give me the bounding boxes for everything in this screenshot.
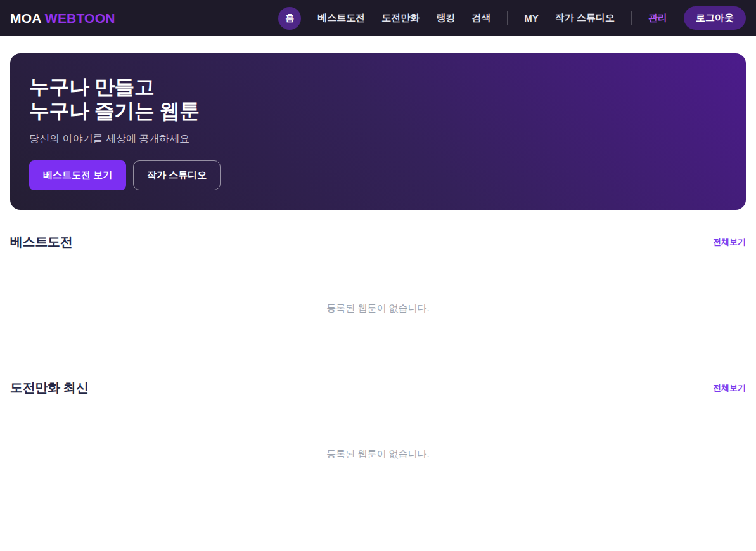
nav-item-search[interactable]: 검색 <box>471 12 490 24</box>
empty-state-challenge-latest: 등록된 웹툰이 없습니다. <box>10 396 746 506</box>
main-nav: 홈 베스트도전 도전만화 랭킹 검색 MY 작가 스튜디오 관리 로그아웃 <box>278 6 746 30</box>
logout-button[interactable]: 로그아웃 <box>684 6 746 30</box>
nav-divider <box>507 11 508 25</box>
section-title-challenge-latest: 도전만화 최신 <box>10 379 88 396</box>
section-challenge-latest: 도전만화 최신 전체보기 등록된 웹툰이 없습니다. <box>10 379 746 506</box>
hero-subtitle: 당신의 이야기를 세상에 공개하세요 <box>29 133 727 146</box>
nav-item-my[interactable]: MY <box>524 13 539 23</box>
section-best-challenge: 베스트도전 전체보기 등록된 웹툰이 없습니다. <box>10 233 746 360</box>
best-challenge-view-button[interactable]: 베스트도전 보기 <box>29 160 126 190</box>
section-header: 베스트도전 전체보기 <box>10 233 746 250</box>
creator-studio-button[interactable]: 작가 스튜디오 <box>133 160 221 190</box>
view-all-link-best-challenge[interactable]: 전체보기 <box>713 237 746 248</box>
view-all-link-challenge-latest[interactable]: 전체보기 <box>713 382 746 394</box>
logo-moa: MOA <box>10 11 45 25</box>
main-content: 베스트도전 전체보기 등록된 웹툰이 없습니다. 도전만화 최신 전체보기 등록… <box>0 233 756 506</box>
empty-state-best-challenge: 등록된 웹툰이 없습니다. <box>10 250 746 360</box>
hero-title-line1: 누구나 만들고 <box>29 75 154 98</box>
nav-item-creator-studio[interactable]: 작가 스튜디오 <box>555 12 615 24</box>
logo-webtoon: WEBTOON <box>45 11 115 25</box>
nav-item-home[interactable]: 홈 <box>278 7 301 30</box>
section-title-best-challenge: 베스트도전 <box>10 233 73 250</box>
section-header: 도전만화 최신 전체보기 <box>10 379 746 396</box>
top-header: MOA WEBTOON 홈 베스트도전 도전만화 랭킹 검색 MY 작가 스튜디… <box>0 0 756 36</box>
nav-item-best-challenge[interactable]: 베스트도전 <box>317 12 365 24</box>
hero-actions: 베스트도전 보기 작가 스튜디오 <box>29 160 727 190</box>
logo[interactable]: MOA WEBTOON <box>10 11 115 26</box>
nav-item-ranking[interactable]: 랭킹 <box>436 12 455 24</box>
hero-title-line2: 누구나 즐기는 웹툰 <box>29 100 200 122</box>
hero-title: 누구나 만들고 누구나 즐기는 웹툰 <box>29 75 727 124</box>
nav-divider <box>631 11 632 25</box>
hero-banner: 누구나 만들고 누구나 즐기는 웹툰 당신의 이야기를 세상에 공개하세요 베스… <box>10 53 746 210</box>
nav-item-admin[interactable]: 관리 <box>648 12 667 24</box>
nav-item-challenge-comics[interactable]: 도전만화 <box>381 12 420 24</box>
